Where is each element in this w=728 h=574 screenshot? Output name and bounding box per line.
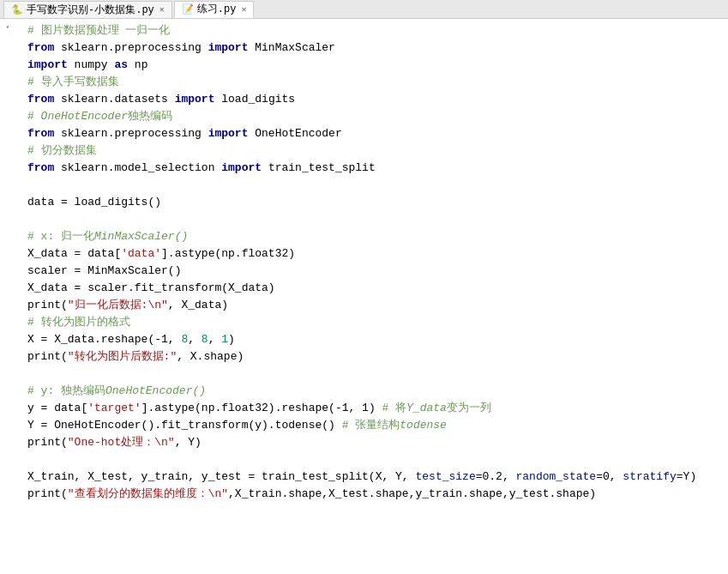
gutter-25: ▾ bbox=[3, 434, 21, 443]
code-line-3: ▾ import numpy as np bbox=[0, 57, 728, 74]
code-line-17: ▾ print("归一化后数据:\n", X_data) bbox=[0, 297, 728, 314]
gutter-20: ▾ bbox=[3, 348, 21, 357]
code-line-25: ▾ print("One-hot处理：\n", Y) bbox=[0, 434, 728, 451]
code-line-23: ▾ y = data['target'].astype(np.float32).… bbox=[0, 400, 728, 417]
code-line-6: ▾ # OneHotEncoder独热编码 bbox=[0, 108, 728, 125]
tab-label-1: 手写数字识别-小数据集.py bbox=[27, 3, 154, 17]
line-content-19: X = X_data.reshape(-1, 8, 8, 1) bbox=[27, 331, 725, 348]
gutter-18: ▾ bbox=[3, 314, 21, 323]
line-content-13: # x: 归一化MinMaxScaler() bbox=[27, 228, 725, 245]
code-line-24: ▾ Y = OneHotEncoder().fit_transform(y).t… bbox=[0, 417, 728, 434]
tab-close-1[interactable]: ✕ bbox=[159, 4, 165, 15]
tab-icon-1: 🐍 bbox=[11, 4, 23, 15]
code-line-18: ▾ # 转化为图片的格式 bbox=[0, 314, 728, 331]
code-line-5: ▾ from sklearn.datasets import load_digi… bbox=[0, 91, 728, 108]
line-content-2: from sklearn.preprocessing import MinMax… bbox=[27, 39, 725, 57]
gutter-24: ▾ bbox=[3, 417, 21, 426]
gutter-e4: ▾ bbox=[3, 451, 21, 460]
gutter-11: ▾ bbox=[3, 194, 21, 202]
code-line-27: ▾ X_train, X_test, y_train, y_test = tra… bbox=[0, 468, 728, 486]
gutter-16: ▾ bbox=[3, 280, 21, 288]
line-content-6: # OneHotEncoder独热编码 bbox=[27, 108, 725, 125]
tab-close-2[interactable]: ✕ bbox=[241, 4, 246, 15]
gutter-e3: ▾ bbox=[3, 366, 21, 374]
line-content-4: # 导入手写数据集 bbox=[27, 74, 725, 91]
gutter-3: ▾ bbox=[3, 57, 21, 65]
line-content-11: data = load_digits() bbox=[27, 194, 725, 211]
line-content-14: X_data = data['data'].astype(np.float32) bbox=[27, 245, 725, 263]
gutter-23: ▾ bbox=[3, 400, 21, 408]
code-line-empty4: ▾ bbox=[0, 451, 728, 468]
line-content-7: from sklearn.preprocessing import OneHot… bbox=[27, 125, 725, 142]
code-line-2: ▾ from sklearn.preprocessing import MinM… bbox=[0, 39, 728, 57]
line-content-15: scaler = MinMaxScaler() bbox=[27, 263, 725, 280]
code-line-11: ▾ data = load_digits() bbox=[0, 194, 728, 211]
code-line-13: ▾ # x: 归一化MinMaxScaler() bbox=[0, 228, 728, 245]
code-line-9: ▾ from sklearn.model_selection import tr… bbox=[0, 160, 728, 177]
code-line-7: ▾ from sklearn.preprocessing import OneH… bbox=[0, 125, 728, 142]
line-content-9: from sklearn.model_selection import trai… bbox=[27, 160, 725, 177]
line-content-8: # 切分数据集 bbox=[27, 142, 725, 160]
tab-bar: 🐍 手写数字识别-小数据集.py ✕ 📝 练习.py ✕ bbox=[0, 0, 728, 19]
gutter-19: ▾ bbox=[3, 331, 21, 340]
gutter-17: ▾ bbox=[3, 297, 21, 305]
tab-icon-2: 📝 bbox=[182, 3, 194, 15]
code-line-22: ▾ # y: 独热编码OneHotEncoder() bbox=[0, 383, 728, 400]
code-line-16: ▾ X_data = scaler.fit_transform(X_data) bbox=[0, 280, 728, 297]
gutter-8: ▾ bbox=[3, 142, 21, 151]
tab-label-2: 练习.py bbox=[197, 2, 237, 16]
line-content-16: X_data = scaler.fit_transform(X_data) bbox=[27, 280, 725, 297]
gutter-4: ▾ bbox=[3, 74, 21, 82]
gutter-15: ▾ bbox=[3, 263, 21, 271]
gutter-28: ▾ bbox=[3, 486, 21, 494]
code-line-4: ▾ # 导入手写数据集 bbox=[0, 74, 728, 91]
gutter-1: ▾ bbox=[3, 22, 21, 31]
gutter-27: ▾ bbox=[3, 468, 21, 477]
code-line-1: ▾ # 图片数据预处理 一归一化 bbox=[0, 22, 728, 39]
line-content-27: X_train, X_test, y_train, y_test = train… bbox=[27, 468, 725, 486]
line-content-20: print("转化为图片后数据:", X.shape) bbox=[27, 348, 725, 366]
line-content-3: import numpy as np bbox=[27, 57, 725, 74]
code-line-empty3: ▾ bbox=[0, 366, 728, 383]
gutter-22: ▾ bbox=[3, 383, 21, 391]
gutter-9: ▾ bbox=[3, 160, 21, 168]
line-content-17: print("归一化后数据:\n", X_data) bbox=[27, 297, 725, 314]
line-content-24: Y = OneHotEncoder().fit_transform(y).tod… bbox=[27, 417, 725, 434]
line-content-28: print("查看划分的数据集的维度：\n",X_train.shape,X_t… bbox=[27, 486, 725, 503]
gutter-14: ▾ bbox=[3, 245, 21, 254]
gutter-2: ▾ bbox=[3, 39, 21, 48]
gutter-13: ▾ bbox=[3, 228, 21, 237]
line-content-23: y = data['target'].astype(np.float32).re… bbox=[27, 400, 725, 417]
code-line-empty2: ▾ bbox=[0, 211, 728, 228]
gutter-e2: ▾ bbox=[3, 211, 21, 220]
code-line-empty1: ▾ bbox=[0, 177, 728, 194]
tab-file1[interactable]: 🐍 手写数字识别-小数据集.py ✕ bbox=[3, 1, 172, 18]
editor-area[interactable]: ▾ # 图片数据预处理 一归一化 ▾ from sklearn.preproce… bbox=[0, 19, 728, 574]
code-line-19: ▾ X = X_data.reshape(-1, 8, 8, 1) bbox=[0, 331, 728, 348]
code-line-28: ▾ print("查看划分的数据集的维度：\n",X_train.shape,X… bbox=[0, 486, 728, 503]
code-line-15: ▾ scaler = MinMaxScaler() bbox=[0, 263, 728, 280]
gutter-5: ▾ bbox=[3, 91, 21, 100]
gutter-6: ▾ bbox=[3, 108, 21, 117]
line-content-5: from sklearn.datasets import load_digits bbox=[27, 91, 725, 108]
line-content-1: # 图片数据预处理 一归一化 bbox=[27, 22, 725, 39]
gutter-e1: ▾ bbox=[3, 177, 21, 185]
line-content-18: # 转化为图片的格式 bbox=[27, 314, 725, 331]
code-line-20: ▾ print("转化为图片后数据:", X.shape) bbox=[0, 348, 728, 366]
tab-file2[interactable]: 📝 练习.py ✕ bbox=[174, 1, 255, 18]
code-line-8: ▾ # 切分数据集 bbox=[0, 142, 728, 160]
gutter-7: ▾ bbox=[3, 125, 21, 134]
line-content-25: print("One-hot处理：\n", Y) bbox=[27, 434, 725, 451]
line-content-22: # y: 独热编码OneHotEncoder() bbox=[27, 383, 725, 400]
code-line-14: ▾ X_data = data['data'].astype(np.float3… bbox=[0, 245, 728, 263]
